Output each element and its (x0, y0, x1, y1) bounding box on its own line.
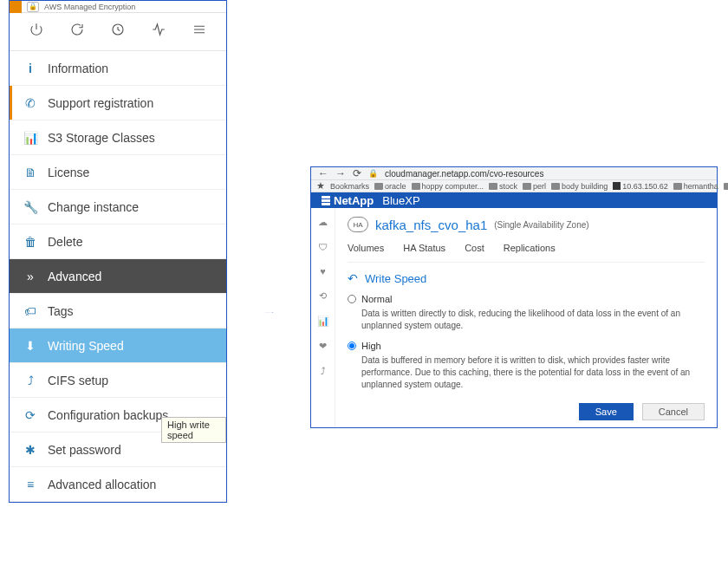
bookmark-hoppy[interactable]: hoppy computer... (412, 182, 484, 191)
cancel-button[interactable]: Cancel (642, 403, 705, 420)
encryption-label: AWS Managed Encryption (44, 3, 135, 11)
bookmark-oracle[interactable]: oracle (374, 182, 406, 191)
netapp-logo[interactable]: NetApp (322, 194, 374, 207)
menu-writing-speed[interactable]: ⬇Writing Speed (10, 329, 226, 363)
browser-window: ← → ⟳ 🔒 cloudmanager.netapp.com/cvo-reso… (310, 166, 718, 428)
writing-speed-tooltip: High write speed (161, 417, 226, 443)
radio-high-label: High (361, 341, 381, 351)
site-icon (613, 182, 621, 190)
top-context-strip: 🔒 AWS Managed Encryption (10, 1, 226, 13)
wrench-icon: 🔧 (22, 200, 39, 214)
availability-zone-label: (Single Availability Zone) (494, 220, 588, 230)
radio-high[interactable]: High (348, 341, 705, 351)
ms-health-icon[interactable]: ❤ (319, 341, 327, 352)
menu-advanced[interactable]: »Advanced (10, 259, 226, 294)
ms-canvas-icon[interactable]: ☁ (318, 217, 328, 228)
menu-information[interactable]: iInformation (10, 51, 226, 86)
nav-forward-icon[interactable]: → (335, 167, 346, 179)
bar-chart-icon: 📊 (22, 131, 39, 145)
browser-nav-bar: ← → ⟳ 🔒 cloudmanager.netapp.com/cvo-reso… (311, 167, 717, 180)
content-area: HA kafka_nfs_cvo_ha1 (Single Availabilit… (335, 208, 717, 427)
menu-label: S3 Storage Classes (48, 131, 155, 145)
ms-reports-icon[interactable]: 📊 (317, 316, 329, 327)
svg-marker-2 (273, 312, 274, 313)
address-lock-icon: 🔒 (368, 169, 378, 178)
clock-icon[interactable] (110, 22, 126, 42)
product-name: BlueXP (382, 194, 419, 207)
asterisk-icon: ✱ (22, 443, 39, 457)
menu-advanced-allocation[interactable]: ≡Advanced allocation (10, 467, 226, 502)
radio-normal-desc: Data is written directly to disk, reduci… (361, 308, 705, 332)
bookmark-body[interactable]: body building (551, 182, 608, 191)
menu-label: Support registration (48, 96, 153, 110)
ms-share-icon[interactable]: ⤴ (321, 366, 326, 376)
folder-icon (673, 183, 682, 190)
menu-label: Tags (48, 304, 74, 318)
menu-cifs-setup[interactable]: ⤴CIFS setup (10, 363, 226, 398)
menu-label: Change instance (48, 200, 139, 214)
sliders-icon: ≡ (22, 478, 39, 491)
tab-cost[interactable]: Cost (465, 243, 484, 253)
logo-icon (322, 196, 330, 205)
menu-s3-storage-classes[interactable]: 📊S3 Storage Classes (10, 120, 226, 155)
bookmark-ip[interactable]: 10.63.150.62 (613, 182, 668, 191)
app-header: NetApp BlueXP (311, 192, 717, 208)
left-menu-panel: 🔒 AWS Managed Encryption iInformation ✆S… (9, 0, 227, 503)
phone-icon: ✆ (22, 96, 39, 110)
download-icon: ⬇ (22, 339, 39, 353)
folder-icon (551, 183, 560, 190)
radio-high-desc: Data is buffered in memory before it is … (361, 355, 705, 391)
folder-icon (523, 183, 531, 190)
section-title: Write Speed (365, 272, 426, 285)
back-arrow-icon[interactable]: ↶ (348, 271, 358, 285)
refresh-icon[interactable] (69, 22, 85, 42)
hamburger-menu-icon[interactable] (192, 22, 207, 42)
backup-icon: ⟳ (22, 408, 39, 422)
tab-volumes[interactable]: Volumes (348, 243, 384, 253)
tab-ha-status[interactable]: HA Status (403, 243, 445, 253)
ms-shield-icon[interactable]: 🛡 (318, 242, 328, 252)
bookmark-personal[interactable]: personal (724, 182, 728, 191)
menu-label: Advanced allocation (48, 478, 156, 491)
action-toolbar (10, 13, 226, 51)
nav-reload-icon[interactable]: ⟳ (353, 167, 361, 179)
resource-header: HA kafka_nfs_cvo_ha1 (Single Availabilit… (348, 217, 705, 232)
folder-icon (412, 183, 420, 190)
folder-icon (489, 183, 497, 190)
app-body: ☁ 🛡 ♥ ⟲ 📊 ❤ ⤴ HA kafka_nfs_cvo_ha1 (Sing… (311, 208, 717, 427)
tab-replications[interactable]: Replications (504, 243, 556, 253)
write-speed-header: ↶ Write Speed (348, 271, 705, 285)
chevrons-down-icon: » (22, 270, 39, 283)
bookmark-stock[interactable]: stock (489, 182, 517, 191)
menu-license[interactable]: 🗎License (10, 155, 226, 190)
radio-high-input[interactable] (348, 342, 356, 350)
folder-icon (724, 183, 728, 190)
menu-delete[interactable]: 🗑Delete (10, 224, 226, 259)
menu-support-registration[interactable]: ✆Support registration (10, 86, 226, 120)
folder-icon (374, 183, 383, 190)
menu-label: Delete (48, 235, 82, 249)
menu-label: Information (48, 62, 108, 75)
activity-icon[interactable] (151, 22, 166, 42)
radio-normal-label: Normal (361, 294, 392, 304)
mini-sidebar: ☁ 🛡 ♥ ⟲ 📊 ❤ ⤴ (311, 208, 335, 427)
radio-normal[interactable]: Normal (348, 294, 705, 304)
nav-back-icon[interactable]: ← (318, 167, 328, 179)
menu-label: Set password (48, 443, 121, 457)
save-button[interactable]: Save (579, 403, 634, 420)
ms-protection-icon[interactable]: ♥ (320, 266, 326, 276)
share-icon: ⤴ (22, 374, 39, 387)
ms-sync-icon[interactable]: ⟲ (319, 290, 327, 302)
power-icon[interactable] (29, 22, 44, 42)
bookmark-hemantha[interactable]: hemantha (673, 182, 718, 191)
button-row: Save Cancel (348, 400, 705, 420)
address-bar-url[interactable]: cloudmanager.netapp.com/cvo-resources (385, 169, 543, 179)
menu-label: Writing Speed (48, 339, 124, 353)
radio-normal-input[interactable] (348, 295, 356, 303)
bookmarks-star-icon[interactable]: ★ (316, 180, 325, 192)
menu-tags[interactable]: 🏷Tags (10, 294, 226, 329)
lock-icon: 🔒 (27, 2, 39, 12)
resource-name[interactable]: kafka_nfs_cvo_ha1 (375, 218, 487, 232)
menu-change-instance[interactable]: 🔧Change instance (10, 190, 226, 224)
bookmark-perl[interactable]: perl (523, 182, 546, 191)
